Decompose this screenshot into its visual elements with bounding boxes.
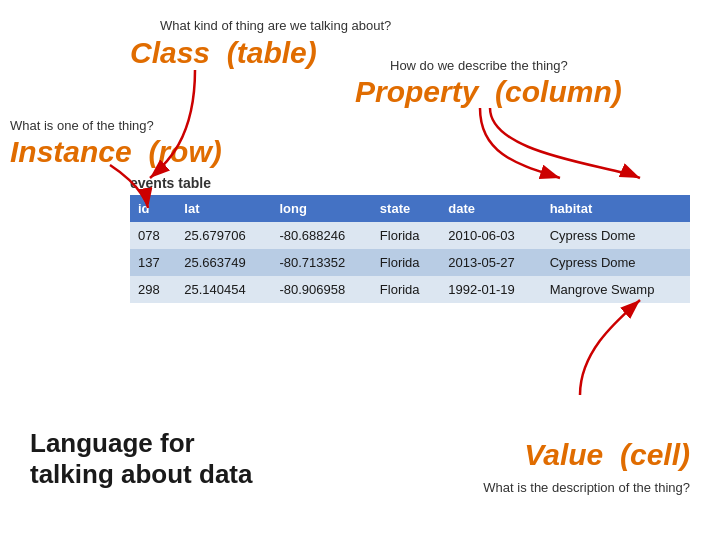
table-cell: 298 [130,276,176,303]
main-container: What kind of thing are we talking about?… [0,0,720,540]
table-row: 29825.140454-80.906958Florida1992-01-19M… [130,276,690,303]
table-cell: Cypress Dome [542,249,690,276]
instance-text: Instance [10,135,132,168]
table-cell: 1992-01-19 [440,276,541,303]
table-cell: 078 [130,222,176,249]
property-paren: (column) [495,75,622,108]
table-cell: Florida [372,222,440,249]
language-label: Language fortalking about data [30,428,252,490]
table-header-row: id lat long state date habitat [130,195,690,222]
value-paren: (cell) [620,438,690,471]
class-text: Class [130,36,210,69]
table-cell: 2010-06-03 [440,222,541,249]
col-date: date [440,195,541,222]
table-cell: Florida [372,276,440,303]
table-cell: 25.140454 [176,276,271,303]
col-long: long [271,195,371,222]
property-question: How do we describe the thing? [390,58,568,73]
table-cell: Florida [372,249,440,276]
value-question: What is the description of the thing? [483,480,690,495]
instance-question: What is one of the thing? [10,118,154,133]
table-cell: 137 [130,249,176,276]
col-state: state [372,195,440,222]
table-cell: Mangrove Swamp [542,276,690,303]
col-habitat: habitat [542,195,690,222]
table-row: 07825.679706-80.688246Florida2010-06-03C… [130,222,690,249]
class-paren: (table) [227,36,317,69]
col-lat: lat [176,195,271,222]
class-label: Class (table) [130,36,317,70]
events-table: id lat long state date habitat 07825.679… [130,195,690,303]
instance-paren: (row) [148,135,221,168]
instance-label: Instance (row) [10,135,222,169]
table-row: 13725.663749-80.713352Florida2013-05-27C… [130,249,690,276]
value-label: Value (cell) [524,438,690,472]
col-id: id [130,195,176,222]
property-label: Property (column) [355,75,622,109]
table-cell: -80.688246 [271,222,371,249]
table-cell: 25.679706 [176,222,271,249]
table-cell: Cypress Dome [542,222,690,249]
table-container: events table id lat long state date habi… [130,175,690,303]
value-text: Value [524,438,603,471]
property-text: Property [355,75,478,108]
table-cell: -80.906958 [271,276,371,303]
table-cell: -80.713352 [271,249,371,276]
table-title: events table [130,175,690,191]
table-cell: 25.663749 [176,249,271,276]
class-question: What kind of thing are we talking about? [160,18,391,33]
table-cell: 2013-05-27 [440,249,541,276]
